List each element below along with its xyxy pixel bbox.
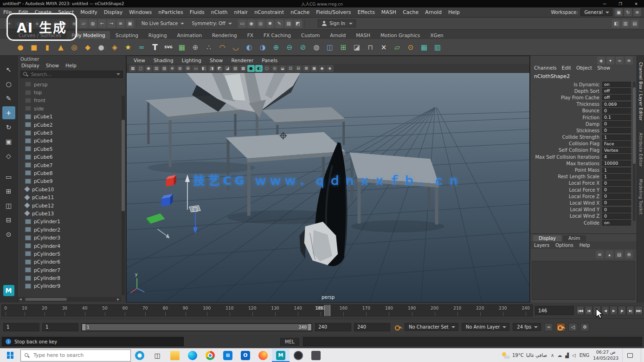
outliner-search[interactable] xyxy=(20,71,123,78)
camera-attributes-icon[interactable]: ◉ xyxy=(145,65,152,72)
fps-select[interactable]: 24 fps xyxy=(513,323,541,331)
poly-cone-icon[interactable]: ▲ xyxy=(54,41,67,54)
channel-value-field[interactable]: 0.069 xyxy=(602,102,631,107)
range-end-handle[interactable] xyxy=(308,324,311,330)
bookmarks-icon[interactable]: ▤ xyxy=(153,65,160,72)
multi-cut-icon[interactable]: × xyxy=(377,41,390,54)
tab-channel-box-layer-editor[interactable]: Channel Box / Layer Editor xyxy=(638,62,643,121)
viewport-menu-item[interactable]: Show xyxy=(206,58,227,63)
curve-arc-icon[interactable]: ◡ xyxy=(229,41,242,54)
channel-label[interactable]: Damp xyxy=(530,122,602,127)
channel-label[interactable]: Local Force X xyxy=(530,181,602,186)
shelf-tab[interactable]: MASH xyxy=(351,31,375,39)
channel-value-field[interactable]: 0 xyxy=(602,108,631,114)
field-chart-icon[interactable]: ◩ xyxy=(216,65,223,72)
outliner-item[interactable]: pCube2 xyxy=(18,121,126,129)
paint-effects-icon[interactable]: ✎ xyxy=(275,19,283,28)
channel-value-field[interactable]: 0 xyxy=(602,200,631,206)
channel-value-field[interactable]: 0 xyxy=(602,181,631,186)
smooth-shade-icon[interactable]: ● xyxy=(247,65,255,72)
channel-label[interactable]: Thickness xyxy=(530,102,602,107)
layer-editor-tab[interactable]: Anim xyxy=(563,235,586,241)
channel-value-field[interactable]: on xyxy=(602,220,631,226)
channel-box-menu-item[interactable]: Edit xyxy=(562,65,571,71)
channel-label[interactable]: Is Dynamic xyxy=(530,82,602,87)
animation-preferences-icon[interactable]: ⚙ xyxy=(580,323,589,331)
sign-in-button[interactable]: Sign In xyxy=(318,19,356,27)
menu-item[interactable]: nHair xyxy=(231,7,251,17)
combine-icon[interactable]: ⊕ xyxy=(270,41,283,54)
outliner-item[interactable]: pCube9 xyxy=(18,177,126,185)
select-camera-icon[interactable]: ▦ xyxy=(129,65,136,72)
highlight-selection-icon[interactable]: ▣ xyxy=(126,19,134,28)
onedrive-icon[interactable]: ☁ xyxy=(557,353,562,358)
channel-value-field[interactable]: 1 xyxy=(602,174,631,180)
shelf-tab[interactable]: Motion Graphics xyxy=(376,31,425,39)
channel-label[interactable]: Depth Sort xyxy=(530,89,602,94)
scale-tool-icon[interactable]: ▣ xyxy=(2,135,15,148)
playback-end-field[interactable]: 240 xyxy=(315,323,351,331)
outliner-menu-item[interactable]: Display xyxy=(21,63,39,68)
workspace-reset-icon[interactable]: ↻ xyxy=(624,8,632,16)
mel-mode-button[interactable]: MEL xyxy=(280,338,299,346)
render-settings-icon[interactable]: ✱ xyxy=(266,19,274,28)
viewport-menu-item[interactable]: Renderer xyxy=(227,58,258,63)
interface-menu-icon[interactable]: ≡ xyxy=(633,8,641,16)
last-tool-icon[interactable]: ◇ xyxy=(2,149,15,162)
channel-value-field[interactable]: 4 xyxy=(602,154,631,160)
channel-label[interactable]: Max Self Collision Iterations xyxy=(530,155,602,160)
obs-icon[interactable] xyxy=(290,349,307,362)
move-tool-icon[interactable]: + xyxy=(2,106,15,119)
range-slider[interactable]: 1 240 xyxy=(81,323,312,331)
layer-list-empty[interactable] xyxy=(532,261,635,300)
shelf-tab[interactable]: XGen xyxy=(425,31,448,39)
channel-speed-icon[interactable]: ▾ xyxy=(606,57,614,65)
outliner-item[interactable]: persp xyxy=(18,80,126,88)
gate-mask-icon[interactable]: ◨ xyxy=(208,65,215,72)
channel-label[interactable]: Collision Flag xyxy=(530,141,602,146)
outliner-menu-item[interactable]: Show xyxy=(46,63,59,68)
poly-cube-icon[interactable]: ■ xyxy=(27,41,40,54)
lasso-select-tool-icon[interactable]: ○ xyxy=(2,78,15,90)
move-layer-up-icon[interactable]: ▴ xyxy=(605,251,613,259)
layer-menu-icon[interactable]: ≡ xyxy=(596,251,604,259)
oversampling-icon[interactable]: ◍ xyxy=(176,65,184,72)
channel-value-field[interactable]: 0 xyxy=(602,128,631,133)
layer-menu-item[interactable]: Help xyxy=(580,243,590,248)
pan-zoom-icon[interactable]: ⊕ xyxy=(168,65,176,72)
output-connections-icon[interactable]: → xyxy=(107,19,116,28)
zoom-tool-icon[interactable]: ⊙ xyxy=(2,228,15,241)
set-key-icon[interactable] xyxy=(395,324,401,330)
channel-value-field[interactable]: 0 xyxy=(602,121,631,127)
poly-text-icon[interactable]: T xyxy=(148,41,161,54)
menu-item[interactable]: Display xyxy=(101,7,126,17)
separate-icon[interactable]: ⊖ xyxy=(283,41,296,54)
paint-select-tool-icon[interactable]: ✎ xyxy=(2,92,15,105)
xray-icon[interactable]: ▣ xyxy=(310,65,318,72)
poly-sphere-icon[interactable]: ● xyxy=(14,41,27,54)
menu-item[interactable]: nConstraint xyxy=(251,7,287,17)
tab-attribute-editor[interactable]: Attribute Editor xyxy=(638,133,643,167)
viewport-menu-item[interactable]: Lighting xyxy=(178,58,206,63)
node-name[interactable]: nClothShape2 xyxy=(530,71,637,80)
attribute-editor-toggle-icon[interactable]: ▤ xyxy=(631,19,639,28)
dof-icon[interactable]: ⊠ xyxy=(303,65,310,72)
safe-action-icon[interactable]: ◪ xyxy=(224,65,231,72)
layer-menu-item[interactable]: Options xyxy=(555,243,573,248)
workspace-lock-icon[interactable]: ▣ xyxy=(615,8,623,16)
play-backwards-button[interactable]: ◀ xyxy=(601,306,609,315)
grease-pencil-icon[interactable]: ▨ xyxy=(284,19,293,28)
current-time-field[interactable]: 146 xyxy=(535,306,574,315)
channel-label[interactable]: Self Collision Flag xyxy=(530,148,602,153)
go-to-end-button[interactable]: ▶▶| xyxy=(635,306,643,315)
hyperbolic-curve-icon[interactable]: ≈ xyxy=(616,57,624,65)
safe-title-icon[interactable]: ▨ xyxy=(232,65,239,72)
channel-label[interactable]: Local Wind X xyxy=(530,200,602,206)
channel-value-field[interactable]: 0 xyxy=(602,194,631,199)
input-connections-icon[interactable]: ← xyxy=(98,19,106,28)
range-start-handle[interactable] xyxy=(82,324,85,330)
step-back-key-button[interactable]: ◀| xyxy=(593,306,601,315)
animation-start-field[interactable]: 1 xyxy=(3,323,39,331)
viewport-menu-item[interactable]: View xyxy=(129,58,149,63)
lock-camera-icon[interactable]: ◻ xyxy=(137,65,144,72)
